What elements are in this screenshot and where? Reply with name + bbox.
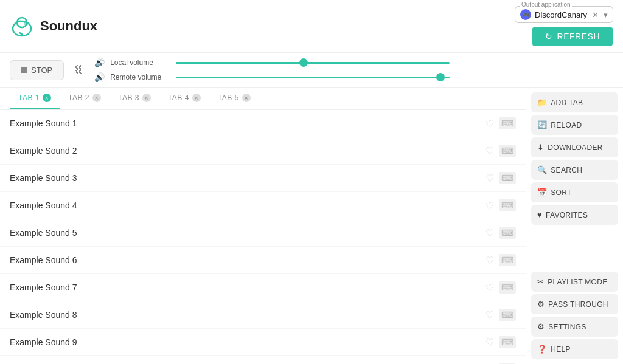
sound-name: Example Sound 5 (10, 228, 486, 238)
playlist-mode-button[interactable]: ✂ PLAYLIST MODE (531, 272, 618, 292)
tab-close-1[interactable]: × (43, 94, 51, 102)
favorite-icon[interactable]: ♡ (486, 173, 494, 184)
main-layout: TAB 1×TAB 2×TAB 3×TAB 4×TAB 5× Example S… (0, 88, 623, 364)
favorite-icon[interactable]: ♡ (486, 145, 494, 157)
sound-item[interactable]: Example Sound 1 ♡ ⌨ (0, 110, 526, 137)
add-tab-label: ADD TAB (551, 98, 583, 107)
sound-name: Example Sound 6 (10, 255, 486, 265)
remote-volume-label: Remote volume (110, 73, 171, 81)
sound-name: Example Sound 8 (10, 310, 486, 320)
output-app-selector[interactable]: Output application 🎮 DiscordCanary ✕ ▾ (515, 6, 613, 23)
favorite-icon[interactable]: ♡ (486, 337, 494, 348)
tab-4[interactable]: TAB 4× (159, 88, 209, 109)
sound-list: Example Sound 1 ♡ ⌨ Example Sound 2 ♡ ⌨ … (0, 110, 526, 364)
sound-item[interactable]: Example Sound 7 ♡ ⌨ (0, 274, 526, 301)
remote-volume-slider[interactable] (176, 77, 450, 78)
keybind-icon[interactable]: ⌨ (499, 145, 516, 157)
tab-1[interactable]: TAB 1× (10, 88, 60, 109)
sound-actions: ♡ ⌨ (486, 117, 516, 129)
sound-item[interactable]: Example Sound 3 ♡ ⌨ (0, 165, 526, 192)
downloader-icon: ⬇ (537, 143, 544, 152)
tab-5[interactable]: TAB 5× (209, 88, 259, 109)
controls-row: STOP ⛓ 🔊 Local volume 🔊 Remote volume (0, 53, 623, 88)
volume-controls: 🔊 Local volume 🔊 Remote volume (93, 58, 613, 82)
settings-button[interactable]: ⚙ SETTINGS (531, 317, 618, 337)
favorite-icon[interactable]: ♡ (486, 255, 494, 266)
header: Soundux Output application 🎮 DiscordCana… (0, 0, 623, 53)
tab-label: TAB 3 (118, 94, 139, 102)
favorite-icon[interactable]: ♡ (486, 200, 494, 211)
local-volume-row: 🔊 Local volume (93, 58, 613, 67)
tab-close-5[interactable]: × (242, 94, 251, 102)
refresh-icon: ↻ (545, 32, 553, 41)
keybind-icon[interactable]: ⌨ (499, 172, 516, 184)
svg-point-3 (19, 21, 21, 22)
remote-volume-thumb[interactable] (436, 73, 445, 81)
sound-actions: ♡ ⌨ (486, 199, 516, 211)
keybind-icon[interactable]: ⌨ (499, 254, 516, 266)
stop-button[interactable]: STOP (10, 60, 64, 80)
reload-button[interactable]: 🔄 RELOAD (531, 115, 618, 135)
output-app-close[interactable]: ✕ (592, 10, 599, 19)
search-label: SEARCH (551, 166, 582, 174)
sound-item[interactable]: Example Sound 6 ♡ ⌨ (0, 247, 526, 274)
link-icon: ⛓ (74, 64, 83, 75)
local-volume-thumb[interactable] (299, 58, 308, 67)
favorite-icon[interactable]: ♡ (486, 118, 494, 129)
pass-through-button[interactable]: ⚙ PASS THROUGH (531, 294, 618, 314)
sound-item[interactable]: Example Sound 10 ♡ ⌨ (0, 356, 526, 364)
sound-name: Example Sound 7 (10, 283, 486, 292)
downloader-button[interactable]: ⬇ DOWNLOADER (531, 137, 618, 157)
add-tab-button[interactable]: 📁 ADD TAB (531, 92, 618, 112)
sound-item[interactable]: Example Sound 9 ♡ ⌨ (0, 329, 526, 356)
sound-item[interactable]: Example Sound 8 ♡ ⌨ (0, 301, 526, 329)
tab-2[interactable]: TAB 2× (60, 88, 110, 109)
playlist-mode-icon: ✂ (537, 277, 544, 286)
tab-label: TAB 2 (68, 94, 89, 102)
sound-item[interactable]: Example Sound 4 ♡ ⌨ (0, 192, 526, 219)
sound-name: Example Sound 9 (10, 337, 486, 347)
keybind-icon[interactable]: ⌨ (499, 227, 516, 239)
keybind-icon[interactable]: ⌨ (499, 336, 516, 348)
keybind-icon[interactable]: ⌨ (499, 309, 516, 321)
sound-name: Example Sound 3 (10, 173, 486, 183)
tab-close-2[interactable]: × (92, 94, 101, 102)
downloader-label: DOWNLOADER (548, 143, 602, 152)
pass-through-label: PASS THROUGH (548, 300, 608, 309)
local-volume-slider[interactable] (176, 62, 450, 64)
favorite-icon[interactable]: ♡ (486, 309, 494, 321)
sound-name: Example Sound 1 (10, 118, 486, 128)
output-app-inner: 🎮 DiscordCanary ✕ ▾ (520, 9, 608, 20)
sound-area: TAB 1×TAB 2×TAB 3×TAB 4×TAB 5× Example S… (0, 88, 526, 364)
sound-item[interactable]: Example Sound 5 ♡ ⌨ (0, 219, 526, 247)
tab-close-4[interactable]: × (192, 94, 201, 102)
favorite-icon[interactable]: ♡ (486, 227, 494, 239)
sound-item[interactable]: Example Sound 2 ♡ ⌨ (0, 137, 526, 165)
sound-actions: ♡ ⌨ (486, 336, 516, 348)
settings-label: SETTINGS (548, 323, 586, 331)
settings-icon: ⚙ (537, 322, 545, 331)
keybind-icon[interactable]: ⌨ (499, 199, 516, 211)
search-button[interactable]: 🔍 SEARCH (531, 160, 618, 180)
sound-actions: ♡ ⌨ (486, 227, 516, 239)
sort-label: SORT (551, 188, 571, 197)
output-app-chevron[interactable]: ▾ (604, 10, 608, 19)
output-app-label: Output application (520, 1, 572, 8)
keybind-icon[interactable]: ⌨ (499, 117, 516, 129)
sort-button[interactable]: 📅 SORT (531, 182, 618, 202)
help-icon: ❓ (537, 345, 547, 354)
favorite-icon[interactable]: ♡ (486, 282, 494, 294)
keybind-icon[interactable]: ⌨ (499, 281, 516, 294)
tab-3[interactable]: TAB 3× (110, 88, 159, 109)
sidebar-spacer (531, 227, 618, 269)
tab-close-3[interactable]: × (142, 94, 151, 102)
favorites-button[interactable]: ♥ FAVORITES (531, 205, 618, 225)
remote-volume-icon: 🔊 (93, 72, 105, 82)
refresh-label: REFRESH (557, 32, 600, 41)
refresh-button[interactable]: ↻ REFRESH (532, 27, 613, 46)
reload-label: RELOAD (551, 121, 582, 129)
help-button[interactable]: ❓ HELP (531, 339, 618, 359)
sidebar: 📁 ADD TAB 🔄 RELOAD ⬇ DOWNLOADER 🔍 SEARCH… (526, 88, 623, 364)
sound-actions: ♡ ⌨ (486, 172, 516, 184)
sort-icon: 📅 (537, 188, 547, 197)
